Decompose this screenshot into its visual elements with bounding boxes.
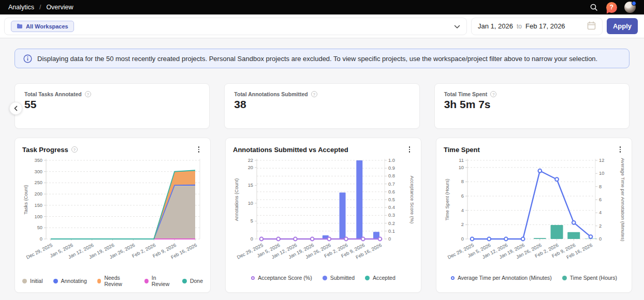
time-spent-chart: 024681011024681012Time Spent (Hours)Aver… <box>444 156 624 275</box>
info-banner: Displaying data for the 50 most recently… <box>14 49 630 68</box>
chart-card-time-spent: Time Spent 024681011024681012Time Spent … <box>436 138 632 293</box>
svg-text:0.1: 0.1 <box>388 229 395 234</box>
stat-value: 38 <box>234 98 409 111</box>
legend-item[interactable]: Needs Review <box>97 275 134 287</box>
legend-open-circle-icon <box>451 276 455 280</box>
prev-page-button[interactable] <box>9 102 22 115</box>
chart-legend: InitialAnnotatingNeeds ReviewIn ReviewDo… <box>22 275 203 287</box>
search-icon[interactable] <box>589 2 599 12</box>
chart-legend: Average Time per Annotation (Minutes)Tim… <box>444 275 624 281</box>
legend-label: Done <box>190 278 203 284</box>
task-progress-chart: 050100150200250300350Tasks (Count)Dec 29… <box>22 156 203 275</box>
legend-label: In Review <box>152 275 172 287</box>
chart-legend: Acceptance Score (%)SubmittedAccepted <box>233 275 414 281</box>
breadcrumb-section[interactable]: Analytics <box>8 4 34 11</box>
kebab-menu-icon[interactable] <box>405 145 414 154</box>
stat-card-total-tasks: Total Tasks Annotated ? 55 <box>14 83 210 129</box>
date-from-value: Jan 1, 2026 <box>478 22 513 30</box>
svg-text:6: 6 <box>599 197 602 202</box>
help-bubble-icon[interactable]: ? <box>606 2 617 13</box>
info-icon <box>23 54 32 63</box>
svg-text:22: 22 <box>248 158 253 163</box>
legend-item[interactable]: Time Spent (Hours) <box>562 275 617 281</box>
chart-title: Time Spent <box>444 146 480 154</box>
svg-text:0.4: 0.4 <box>388 205 395 210</box>
kebab-menu-icon[interactable] <box>195 145 203 154</box>
svg-text:Acceptance Score (%): Acceptance Score (%) <box>409 176 414 224</box>
workspace-filter-input[interactable]: All Workspaces <box>4 18 467 35</box>
breadcrumb-separator: / <box>39 4 41 11</box>
legend-dot-icon <box>144 279 149 283</box>
stat-label: Total Time Spent <box>444 91 488 97</box>
svg-text:200: 200 <box>34 191 42 197</box>
legend-item[interactable]: Acceptance Score (%) <box>251 275 312 281</box>
workspace-chip[interactable]: All Workspaces <box>11 21 74 32</box>
legend-open-circle-icon <box>251 276 255 280</box>
calendar-icon[interactable] <box>587 21 596 32</box>
legend-item[interactable]: Initial <box>22 275 43 287</box>
svg-text:8: 8 <box>461 179 464 184</box>
question-icon[interactable]: ? <box>311 91 317 97</box>
svg-text:Time Spent (Hours): Time Spent (Hours) <box>445 179 450 221</box>
svg-text:10: 10 <box>599 171 604 176</box>
chevron-down-icon[interactable] <box>454 22 460 31</box>
svg-text:12: 12 <box>599 158 604 163</box>
svg-text:6: 6 <box>461 193 464 199</box>
legend-dot-icon <box>562 276 567 280</box>
legend-label: Average Time per Annotation (Minutes) <box>458 275 552 281</box>
legend-item[interactable]: Submitted <box>323 275 355 281</box>
svg-text:15: 15 <box>248 183 253 188</box>
svg-text:20: 20 <box>248 165 253 170</box>
svg-text:100: 100 <box>34 214 42 219</box>
svg-text:Annotations (Count): Annotations (Count) <box>234 178 239 221</box>
chart-card-annotations: Annotations Submitted vs Accepted 051015… <box>225 138 421 293</box>
svg-text:0.6: 0.6 <box>388 189 395 194</box>
apply-button[interactable]: Apply <box>607 18 638 34</box>
svg-text:0: 0 <box>599 236 602 242</box>
question-icon[interactable]: ? <box>71 146 78 153</box>
svg-text:10: 10 <box>459 165 464 170</box>
annotations-chart: 051015202200.10.20.30.40.50.60.70.80.91.… <box>233 156 414 275</box>
legend-item[interactable]: Average Time per Annotation (Minutes) <box>451 275 552 281</box>
legend-dot-icon <box>97 279 101 283</box>
svg-text:350: 350 <box>34 158 42 163</box>
svg-text:0.3: 0.3 <box>388 213 395 218</box>
legend-item[interactable]: In Review <box>144 275 172 287</box>
legend-dot-icon <box>323 276 327 280</box>
svg-text:8: 8 <box>599 184 602 189</box>
stats-row: Total Tasks Annotated ? 55 Total Annotat… <box>14 83 630 129</box>
date-to-value: Feb 17, 2026 <box>525 22 565 30</box>
svg-text:0: 0 <box>40 236 42 242</box>
svg-text:Dec 29, 2025: Dec 29, 2025 <box>25 243 53 260</box>
date-range-input[interactable]: Jan 1, 2026 to Feb 17, 2026 <box>471 18 603 35</box>
svg-text:10: 10 <box>248 201 253 206</box>
kebab-menu-icon[interactable] <box>616 145 624 154</box>
chart-title: Task Progress <box>22 146 68 154</box>
folder-icon <box>17 23 23 29</box>
legend-item[interactable]: Annotating <box>53 275 87 287</box>
svg-text:Tasks (Count): Tasks (Count) <box>23 185 28 214</box>
svg-text:0.8: 0.8 <box>388 173 395 178</box>
question-icon[interactable]: ? <box>490 91 496 97</box>
svg-text:2: 2 <box>599 223 602 229</box>
legend-dot-icon <box>182 279 187 283</box>
workspace-chip-label: All Workspaces <box>26 23 68 29</box>
svg-text:4: 4 <box>461 208 464 213</box>
filter-bar: All Workspaces Jan 1, 2026 to Feb 17, 20… <box>0 14 644 38</box>
legend-item[interactable]: Done <box>182 275 203 287</box>
info-banner-text: Displaying data for the 50 most recently… <box>37 55 597 63</box>
stat-label: Total Tasks Annotated <box>24 91 82 97</box>
legend-label: Accepted <box>373 275 396 281</box>
stat-label: Total Annotations Submitted <box>234 91 308 97</box>
question-icon[interactable]: ? <box>85 91 91 97</box>
avatar[interactable] <box>624 2 636 13</box>
legend-item[interactable]: Accepted <box>365 275 396 281</box>
legend-dot-icon <box>365 276 370 280</box>
legend-label: Acceptance Score (%) <box>258 275 312 281</box>
svg-text:1.0: 1.0 <box>388 158 395 163</box>
stat-value: 3h 5m 7s <box>444 98 620 111</box>
breadcrumb-page[interactable]: Overview <box>46 4 73 11</box>
svg-text:50: 50 <box>37 225 42 230</box>
legend-label: Time Spent (Hours) <box>570 275 617 281</box>
svg-text:11: 11 <box>459 158 464 163</box>
